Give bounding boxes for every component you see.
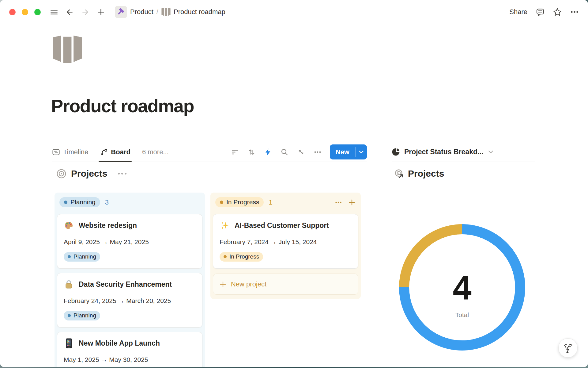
new-project-button[interactable]: New project bbox=[213, 274, 358, 295]
menu-icon[interactable] bbox=[50, 8, 58, 16]
donut-total-label: Total bbox=[455, 311, 469, 319]
tab-timeline-label: Timeline bbox=[63, 148, 88, 156]
board-icon bbox=[100, 148, 108, 156]
app-window: Product / Product roadmap Share Product … bbox=[0, 0, 588, 367]
minimize-button[interactable] bbox=[22, 9, 28, 15]
column-count: 1 bbox=[269, 198, 272, 206]
donut-center: 4 Total bbox=[399, 232, 525, 358]
card-title: AI-Based Customer Support bbox=[235, 221, 329, 230]
status-donut-chart[interactable]: 4 Total bbox=[399, 224, 525, 351]
board-columns: Planning 3 Website redesign April 9, 202… bbox=[55, 193, 361, 367]
view-tab-bar: Timeline Board 6 more... New bbox=[52, 142, 367, 162]
section-more-icon[interactable] bbox=[118, 173, 126, 174]
search-icon[interactable] bbox=[280, 148, 289, 156]
card-dates: February 7, 2024 → July 15, 2024 bbox=[220, 238, 352, 246]
status-pill-planning[interactable]: Planning bbox=[59, 197, 100, 207]
breadcrumb-separator: / bbox=[156, 8, 158, 16]
palette-emoji bbox=[64, 220, 74, 231]
column-planning-header: Planning 3 bbox=[57, 196, 202, 210]
column-add-icon[interactable] bbox=[348, 198, 356, 206]
automation-bolt-icon[interactable] bbox=[264, 148, 272, 156]
notion-ai-face-icon bbox=[563, 343, 574, 354]
new-button-label[interactable]: New bbox=[330, 144, 355, 159]
expand-icon[interactable] bbox=[297, 148, 305, 156]
card-data-security[interactable]: Data Security Enhancement February 24, 2… bbox=[57, 273, 202, 328]
breadcrumb-page-label[interactable]: Product roadmap bbox=[174, 8, 225, 16]
linked-target-icon bbox=[394, 169, 404, 178]
timeline-icon bbox=[52, 148, 60, 156]
pie-chart-icon bbox=[392, 148, 400, 156]
traffic-lights bbox=[9, 9, 41, 15]
board-section-header: Projects bbox=[56, 168, 126, 179]
forward-icon[interactable] bbox=[81, 8, 89, 16]
chart-view-header[interactable]: Project Status Breakd... bbox=[392, 142, 535, 162]
mobile-phone-emoji bbox=[64, 338, 74, 348]
status-pill-label: In Progress bbox=[226, 198, 259, 206]
sparkles-emoji bbox=[220, 220, 230, 231]
status-dot bbox=[64, 201, 67, 204]
tab-timeline[interactable]: Timeline bbox=[52, 142, 88, 162]
chevron-down-icon[interactable] bbox=[488, 150, 493, 154]
column-count: 3 bbox=[105, 198, 109, 206]
page-icon-map[interactable] bbox=[53, 35, 82, 63]
star-icon[interactable] bbox=[553, 8, 562, 16]
page-title: Product roadmap bbox=[51, 96, 194, 117]
hammer-icon bbox=[117, 8, 125, 16]
lock-emoji bbox=[64, 279, 74, 289]
card-mobile-app[interactable]: New Mobile App Launch May 1, 2025 → May … bbox=[57, 332, 202, 367]
target-icon bbox=[56, 169, 66, 179]
card-ai-customer-support[interactable]: AI-Based Customer Support February 7, 20… bbox=[213, 214, 358, 269]
column-planning: Planning 3 Website redesign April 9, 202… bbox=[55, 193, 205, 367]
breadcrumb-teamspace-label[interactable]: Product bbox=[130, 8, 153, 16]
chart-section-header: Projects bbox=[394, 168, 444, 179]
card-title: Data Security Enhancement bbox=[79, 280, 172, 289]
topbar: Product / Product roadmap Share bbox=[0, 0, 588, 24]
card-tag-pill: In Progress bbox=[220, 252, 263, 262]
chart-section-title[interactable]: Projects bbox=[408, 168, 444, 179]
column-in-progress: In Progress 1 AI-Based Customer Sup bbox=[210, 193, 361, 299]
more-icon[interactable] bbox=[570, 8, 579, 16]
map-icon bbox=[161, 8, 171, 16]
card-website-redesign[interactable]: Website redesign April 9, 2025 → May 21,… bbox=[57, 214, 202, 269]
plus-icon bbox=[219, 281, 227, 288]
more-views-button[interactable]: 6 more... bbox=[142, 148, 169, 156]
column-more-icon[interactable] bbox=[334, 198, 342, 206]
status-pill-label: Planning bbox=[70, 198, 96, 206]
card-dates: February 24, 2025 → March 20, 2025 bbox=[64, 297, 196, 305]
tab-board[interactable]: Board bbox=[100, 142, 130, 162]
status-pill-in-progress[interactable]: In Progress bbox=[215, 197, 264, 207]
card-dates: May 1, 2025 → May 30, 2025 bbox=[64, 356, 196, 363]
filter-icon[interactable] bbox=[231, 148, 239, 156]
new-button[interactable]: New bbox=[330, 144, 367, 159]
tab-board-label: Board bbox=[111, 148, 130, 156]
card-tag-pill: Planning bbox=[64, 311, 100, 320]
more-icon[interactable] bbox=[313, 148, 322, 156]
board-section-title[interactable]: Projects bbox=[71, 168, 107, 179]
donut-total-value: 4 bbox=[453, 271, 471, 305]
card-title: New Mobile App Launch bbox=[79, 339, 160, 347]
breadcrumb-teamspace[interactable] bbox=[115, 6, 127, 18]
chart-view-title[interactable]: Project Status Breakd... bbox=[404, 148, 483, 156]
share-button[interactable]: Share bbox=[509, 8, 527, 16]
close-button[interactable] bbox=[9, 9, 16, 15]
card-title: Website redesign bbox=[79, 221, 137, 230]
status-dot bbox=[220, 201, 223, 204]
chevron-down-icon[interactable] bbox=[356, 144, 367, 159]
topbar-actions: Share bbox=[509, 8, 579, 16]
new-project-label: New project bbox=[231, 280, 266, 288]
card-tag-pill: Planning bbox=[64, 252, 100, 262]
zoom-button[interactable] bbox=[34, 9, 41, 15]
sort-icon[interactable] bbox=[247, 148, 256, 156]
notion-ai-button[interactable] bbox=[558, 338, 578, 358]
column-in-progress-header: In Progress 1 bbox=[213, 196, 358, 210]
plus-icon[interactable] bbox=[97, 8, 105, 16]
comment-icon[interactable] bbox=[536, 8, 545, 16]
back-icon[interactable] bbox=[66, 8, 74, 16]
card-dates: April 9, 2025 → May 21, 2025 bbox=[64, 238, 196, 246]
